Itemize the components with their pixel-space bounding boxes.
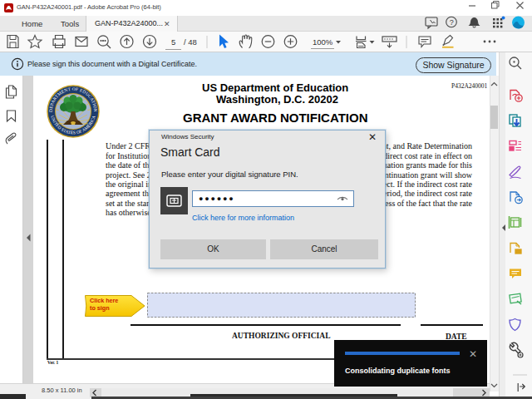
svg-text:Click here: Click here (90, 297, 118, 304)
svg-text:5: 5 (171, 37, 175, 47)
svg-text:?: ? (450, 18, 454, 27)
svg-text:to sign: to sign (90, 304, 110, 312)
svg-text:/ 48: / 48 (184, 37, 197, 47)
svg-text:100%: 100% (313, 37, 333, 47)
